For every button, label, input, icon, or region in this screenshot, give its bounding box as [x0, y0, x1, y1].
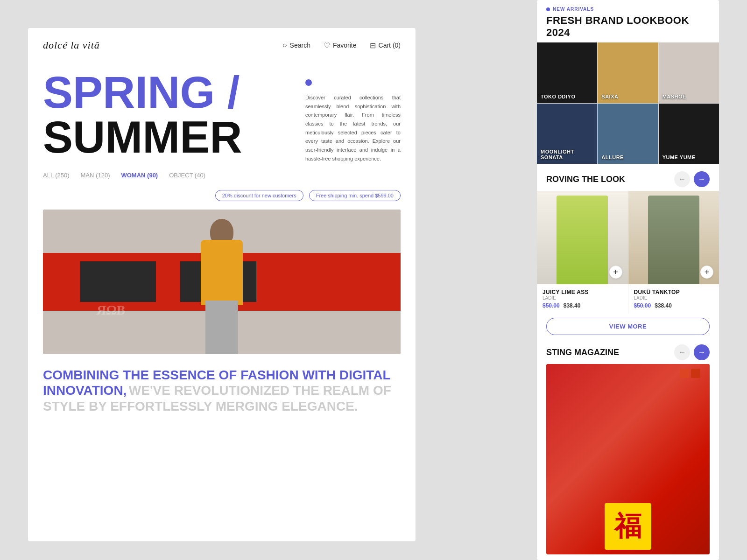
product-info-lime: JUICY LIME ASS LADIE $50.00 $38.40 — [537, 284, 628, 314]
search-button[interactable]: ○ Search — [282, 41, 310, 49]
brand-label-mashoe: MASHOE — [662, 94, 686, 99]
magazine-prev-arrow[interactable]: ← — [674, 344, 690, 360]
product-add-tan[interactable]: + — [700, 266, 713, 279]
filter-all[interactable]: ALL (250) — [43, 172, 70, 179]
price-new-tan: $38.40 — [655, 302, 672, 309]
brand-label-yume: YUME YUME — [662, 154, 696, 160]
product-image-tan: + — [628, 191, 719, 284]
fu-character: 福 — [614, 508, 641, 545]
search-label: Search — [290, 42, 310, 49]
filter-object[interactable]: OBJECT (40) — [169, 172, 205, 179]
hero-description: Discover curated collections that seamle… — [305, 93, 401, 163]
product-name-tan: DUKÜ TANKTOP — [634, 289, 714, 295]
lookbook-title: FRESH BRAND LOOKBOOK 2024 — [546, 14, 710, 39]
product-name-lime: JUICY LIME ASS — [543, 289, 622, 295]
brand-cell-yume[interactable]: YUME YUME — [659, 104, 719, 164]
new-arrivals-tag: NEW ARRIVALS — [546, 7, 710, 12]
view-more-button[interactable]: VIEW MORE — [546, 318, 710, 335]
magazine-next-arrow[interactable]: → — [694, 344, 710, 360]
brand-cell-moonlight[interactable]: moonlight sonata — [537, 104, 597, 164]
nav-actions: ○ Search ♡ Favorite ⊟ Cart (0) — [282, 41, 401, 50]
hero-title: SPRING / SUMMER — [43, 70, 298, 160]
filter-woman[interactable]: WOMAN (90) — [121, 172, 158, 179]
cart-label: Cart (0) — [379, 42, 401, 49]
brand-label-moonlight: moonlight sonata — [541, 149, 593, 160]
brand-cell-saixa[interactable]: SAIXA — [598, 42, 658, 103]
summer-text: SUMMER — [43, 115, 298, 160]
brand-label-allure: ALLURE — [601, 154, 624, 160]
header: dolcé la vitâ ○ Search ♡ Favorite ⊟ Cart… — [28, 28, 416, 63]
price-old-lime: $50.00 — [543, 302, 560, 309]
new-arrivals-dot — [546, 7, 550, 11]
product-prices-tan: $50.00 $38.40 — [634, 302, 714, 309]
next-arrow-button[interactable]: → — [694, 171, 710, 187]
nav-arrows: ← → — [674, 171, 710, 187]
product-card-lime: + JUICY LIME ASS LADIE $50.00 $38.40 — [537, 191, 628, 314]
hero-section: SPRING / SUMMER Discover curated collect… — [28, 63, 416, 163]
completing-section: ROVING THE LOOK ← → — [537, 164, 719, 191]
logo: dolcé la vitâ — [43, 39, 100, 51]
completing-title: ROVING THE LOOK — [546, 175, 625, 184]
heart-icon: ♡ — [324, 41, 330, 50]
product-type-lime: LADIE — [543, 295, 622, 301]
main-card: dolcé la vitâ ○ Search ♡ Favorite ⊟ Cart… — [28, 28, 416, 541]
lookbook-header: NEW ARRIVALS FRESH BRAND LOOKBOOK 2024 — [537, 0, 719, 42]
promo-badge-shipping[interactable]: Free shipping min. spend $599.00 — [309, 190, 401, 201]
cart-button[interactable]: ⊟ Cart (0) — [370, 41, 401, 50]
window-left — [79, 260, 158, 303]
favorite-button[interactable]: ♡ Favorite — [324, 41, 357, 50]
product-type-tan: LADIE — [634, 295, 714, 301]
brand-label-saixa: SAIXA — [601, 94, 618, 99]
brand-cell-mashoe[interactable]: MASHOE — [659, 42, 719, 103]
prev-arrow-button[interactable]: ← — [674, 171, 690, 187]
brand-cell-allure[interactable]: ALLURE — [598, 104, 658, 164]
hero-image: ЯΩB — [43, 210, 401, 354]
product-image-lime: + — [537, 191, 628, 284]
brand-grid: toko ddiyo SAIXA MASHOE moonlight sonata… — [537, 42, 719, 164]
spring-text: SPRING / — [43, 70, 298, 115]
filter-man[interactable]: MAN (120) — [81, 172, 110, 179]
product-prices-lime: $50.00 $38.40 — [543, 302, 622, 309]
model-figure — [175, 210, 268, 354]
new-arrivals-label: NEW ARRIVALS — [553, 7, 594, 12]
favorite-label: Favorite — [333, 42, 357, 49]
model-pants — [205, 301, 238, 354]
accent-dot — [305, 79, 312, 86]
magazine-section: STING MAGAZINE ← → — [537, 339, 719, 364]
promo-badges: 20% discount for new customers Free ship… — [215, 190, 401, 201]
graffiti-text: ЯΩB — [96, 303, 126, 318]
model-jacket — [201, 240, 243, 305]
cart-icon: ⊟ — [370, 41, 376, 50]
product-row: + JUICY LIME ASS LADIE $50.00 $38.40 + D… — [537, 191, 719, 314]
brand-cell-toko[interactable]: toko ddiyo — [537, 42, 597, 103]
brand-label-toko: toko ddiyo — [541, 94, 575, 99]
magazine-nav-arrows: ← → — [674, 344, 710, 360]
product-info-tan: DUKÜ TANKTOP LADIE $50.00 $38.40 — [628, 284, 719, 314]
magazine-title: STING MAGAZINE — [546, 348, 619, 357]
product-add-lime[interactable]: + — [609, 266, 622, 279]
tagline-section: COMBINING THE ESSENCE OF FASHION WITH DI… — [28, 354, 416, 414]
magazine-preview: 福 — [546, 364, 710, 554]
right-panel: NEW ARRIVALS FRESH BRAND LOOKBOOK 2024 t… — [537, 0, 719, 560]
search-icon: ○ — [282, 41, 287, 49]
product-card-tan: + DUKÜ TANKTOP LADIE $50.00 $38.40 — [628, 191, 719, 314]
price-old-tan: $50.00 — [634, 302, 651, 309]
filter-bar: ALL (250) MAN (120) WOMAN (90) OBJECT (4… — [28, 163, 416, 210]
promo-badge-discount[interactable]: 20% discount for new customers — [215, 190, 303, 201]
hero-right: Discover curated collections that seamle… — [298, 70, 401, 163]
price-new-lime: $38.40 — [564, 302, 581, 309]
